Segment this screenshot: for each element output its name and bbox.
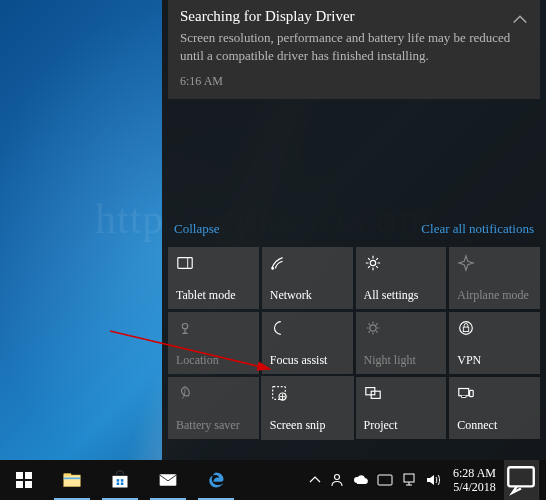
- moon-icon: [270, 319, 345, 337]
- svg-rect-7: [464, 327, 469, 332]
- notification-title: Searching for Display Driver: [180, 8, 528, 25]
- taskbar-app-edge[interactable]: [192, 460, 240, 500]
- tile-label: Airplane mode: [457, 288, 532, 303]
- svg-rect-16: [25, 472, 32, 479]
- sun-icon: [364, 319, 439, 337]
- tile-label: Location: [176, 353, 251, 368]
- connect-icon: [457, 384, 532, 402]
- quick-action-tablet-mode[interactable]: Tablet mode: [168, 247, 259, 309]
- svg-point-4: [182, 324, 187, 329]
- svg-rect-21: [64, 478, 81, 480]
- clock-time: 6:28 AM: [453, 466, 496, 480]
- quick-action-night-light[interactable]: Night light: [356, 312, 447, 374]
- quick-action-airplane-mode[interactable]: Airplane mode: [449, 247, 540, 309]
- svg-rect-20: [64, 473, 71, 476]
- taskbar-app-mail[interactable]: [144, 460, 192, 500]
- svg-rect-36: [508, 467, 534, 486]
- svg-rect-19: [64, 475, 81, 487]
- gear-icon: [364, 254, 439, 272]
- quick-action-connect[interactable]: Connect: [449, 377, 540, 439]
- taskbar-clock[interactable]: 6:28 AM 5/4/2018: [445, 466, 504, 495]
- svg-point-5: [369, 325, 375, 331]
- action-center-panel: Searching for Display Driver Screen reso…: [162, 0, 546, 460]
- svg-rect-26: [121, 483, 124, 486]
- tile-label: VPN: [457, 353, 532, 368]
- quick-action-location[interactable]: Location: [168, 312, 259, 374]
- taskbar-app-store[interactable]: [96, 460, 144, 500]
- action-center-button[interactable]: [504, 460, 538, 500]
- tile-label: Screen snip: [270, 418, 345, 433]
- svg-rect-27: [160, 474, 177, 486]
- notification-time: 6:16 AM: [180, 74, 528, 89]
- show-desktop-button[interactable]: [538, 460, 544, 500]
- tray-overflow-icon[interactable]: [305, 460, 325, 500]
- snip-icon: [270, 384, 345, 402]
- svg-rect-15: [16, 472, 23, 479]
- system-tray: 6:28 AM 5/4/2018: [305, 460, 546, 500]
- svg-rect-23: [117, 479, 120, 482]
- leaf-icon: [176, 384, 251, 402]
- svg-rect-17: [16, 481, 23, 488]
- airplane-icon: [457, 254, 532, 272]
- tile-label: Focus assist: [270, 353, 345, 368]
- quick-action-network[interactable]: Network: [262, 247, 353, 309]
- vpn-icon: [457, 319, 532, 337]
- quick-action-focus-assist[interactable]: Focus assist: [262, 312, 353, 374]
- svg-rect-25: [117, 483, 120, 486]
- svg-rect-12: [459, 389, 469, 396]
- tray-onedrive-icon[interactable]: [349, 460, 373, 500]
- start-button[interactable]: [0, 460, 48, 500]
- location-icon: [176, 319, 251, 337]
- tablet-icon: [176, 254, 251, 272]
- tile-label: Tablet mode: [176, 288, 251, 303]
- notification-body: Screen resolution, performance and batte…: [180, 29, 528, 64]
- network-icon: [270, 254, 345, 272]
- tile-label: All settings: [364, 288, 439, 303]
- collapse-link[interactable]: Collapse: [174, 221, 220, 237]
- taskbar: 6:28 AM 5/4/2018: [0, 460, 546, 500]
- tile-label: Project: [364, 418, 439, 433]
- tile-label: Network: [270, 288, 345, 303]
- chevron-up-icon[interactable]: [510, 10, 530, 30]
- svg-rect-24: [121, 479, 124, 482]
- quick-action-screen-snip[interactable]: Screen snip: [262, 377, 353, 439]
- tray-input-icon[interactable]: [373, 460, 397, 500]
- tile-label: Battery saver: [176, 418, 251, 433]
- tray-network-icon[interactable]: [397, 460, 421, 500]
- quick-action-battery-saver[interactable]: Battery saver: [168, 377, 259, 439]
- taskbar-app-explorer[interactable]: [48, 460, 96, 500]
- quick-action-all-settings[interactable]: All settings: [356, 247, 447, 309]
- notification-card[interactable]: Searching for Display Driver Screen reso…: [168, 0, 540, 99]
- svg-point-28: [334, 475, 339, 480]
- tile-label: Connect: [457, 418, 532, 433]
- svg-rect-29: [378, 475, 392, 485]
- svg-rect-33: [404, 474, 414, 482]
- quick-action-tiles: Tablet modeNetworkAll settingsAirplane m…: [162, 245, 546, 441]
- tray-volume-icon[interactable]: [421, 460, 445, 500]
- clock-date: 5/4/2018: [453, 480, 496, 494]
- svg-rect-0: [178, 258, 192, 269]
- quick-action-project[interactable]: Project: [356, 377, 447, 439]
- quick-action-vpn[interactable]: VPN: [449, 312, 540, 374]
- svg-rect-22: [113, 476, 128, 488]
- project-icon: [364, 384, 439, 402]
- svg-rect-18: [25, 481, 32, 488]
- tray-people-icon[interactable]: [325, 460, 349, 500]
- action-center-links: Collapse Clear all notifications: [162, 211, 546, 245]
- svg-point-2: [271, 267, 274, 270]
- tile-label: Night light: [364, 353, 439, 368]
- svg-point-3: [370, 260, 375, 265]
- clear-notifications-link[interactable]: Clear all notifications: [421, 221, 534, 237]
- svg-rect-13: [470, 390, 474, 396]
